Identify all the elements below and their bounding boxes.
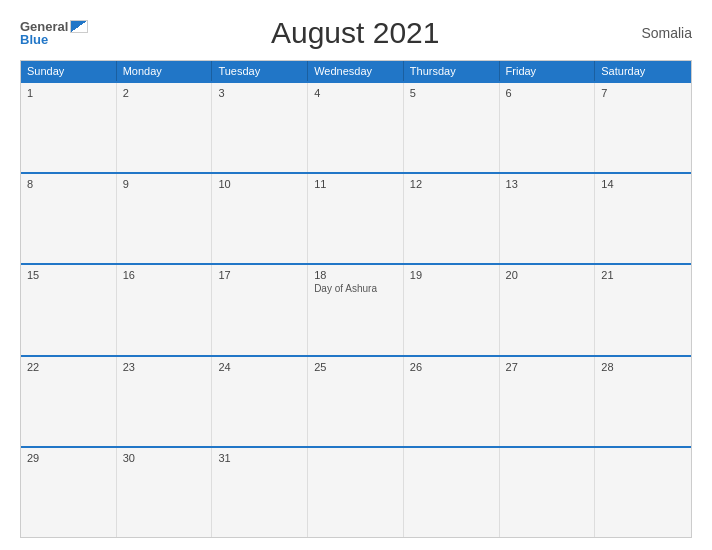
- weeks-container: 123456789101112131415161718Day of Ashura…: [21, 81, 691, 537]
- day-number: 12: [410, 178, 493, 190]
- day-number: 20: [506, 269, 589, 281]
- header-wednesday: Wednesday: [308, 61, 404, 81]
- day-cell-3-5: 19: [404, 265, 500, 354]
- day-cell-2-6: 13: [500, 174, 596, 263]
- day-cell-5-3: 31: [212, 448, 308, 537]
- header-saturday: Saturday: [595, 61, 691, 81]
- logo-flag-icon: [70, 20, 88, 33]
- day-number: 4: [314, 87, 397, 99]
- calendar-page: General Blue August 2021 Somalia Sunday …: [0, 0, 712, 550]
- day-cell-5-5: [404, 448, 500, 537]
- day-number: 23: [123, 361, 206, 373]
- day-number: 13: [506, 178, 589, 190]
- header-friday: Friday: [500, 61, 596, 81]
- day-cell-1-1: 1: [21, 83, 117, 172]
- day-number: 7: [601, 87, 685, 99]
- day-number: 15: [27, 269, 110, 281]
- header: General Blue August 2021 Somalia: [20, 16, 692, 50]
- day-cell-5-4: [308, 448, 404, 537]
- day-cell-4-7: 28: [595, 357, 691, 446]
- week-row-5: 293031: [21, 446, 691, 537]
- day-number: 3: [218, 87, 301, 99]
- calendar-title: August 2021: [88, 16, 622, 50]
- header-thursday: Thursday: [404, 61, 500, 81]
- day-cell-4-2: 23: [117, 357, 213, 446]
- day-cell-4-3: 24: [212, 357, 308, 446]
- day-number: 22: [27, 361, 110, 373]
- day-number: 21: [601, 269, 685, 281]
- day-cell-2-3: 10: [212, 174, 308, 263]
- day-number: 29: [27, 452, 110, 464]
- day-number: 14: [601, 178, 685, 190]
- day-number: 5: [410, 87, 493, 99]
- day-cell-4-5: 26: [404, 357, 500, 446]
- day-number: 17: [218, 269, 301, 281]
- day-number: 18: [314, 269, 397, 281]
- day-number: 25: [314, 361, 397, 373]
- day-number: 24: [218, 361, 301, 373]
- week-row-2: 891011121314: [21, 172, 691, 263]
- day-cell-2-4: 11: [308, 174, 404, 263]
- day-number: 1: [27, 87, 110, 99]
- day-cell-3-2: 16: [117, 265, 213, 354]
- holiday-label: Day of Ashura: [314, 283, 397, 294]
- day-number: 28: [601, 361, 685, 373]
- logo-blue-text: Blue: [20, 33, 48, 46]
- week-row-4: 22232425262728: [21, 355, 691, 446]
- header-tuesday: Tuesday: [212, 61, 308, 81]
- day-number: 2: [123, 87, 206, 99]
- week-row-1: 1234567: [21, 81, 691, 172]
- day-cell-1-2: 2: [117, 83, 213, 172]
- header-sunday: Sunday: [21, 61, 117, 81]
- day-number: 26: [410, 361, 493, 373]
- country-label: Somalia: [622, 25, 692, 41]
- day-number: 19: [410, 269, 493, 281]
- day-cell-4-1: 22: [21, 357, 117, 446]
- day-cell-3-6: 20: [500, 265, 596, 354]
- day-cell-5-1: 29: [21, 448, 117, 537]
- day-cell-2-7: 14: [595, 174, 691, 263]
- day-cell-3-7: 21: [595, 265, 691, 354]
- day-cell-3-3: 17: [212, 265, 308, 354]
- calendar-grid: Sunday Monday Tuesday Wednesday Thursday…: [20, 60, 692, 538]
- day-cell-1-6: 6: [500, 83, 596, 172]
- day-cell-5-7: [595, 448, 691, 537]
- day-cell-4-4: 25: [308, 357, 404, 446]
- day-cell-2-5: 12: [404, 174, 500, 263]
- day-number: 30: [123, 452, 206, 464]
- day-cell-2-1: 8: [21, 174, 117, 263]
- day-number: 9: [123, 178, 206, 190]
- week-row-3: 15161718Day of Ashura192021: [21, 263, 691, 354]
- day-cell-2-2: 9: [117, 174, 213, 263]
- day-cell-5-6: [500, 448, 596, 537]
- day-cell-5-2: 30: [117, 448, 213, 537]
- logo: General Blue: [20, 20, 88, 46]
- day-number: 8: [27, 178, 110, 190]
- day-headers-row: Sunday Monday Tuesday Wednesday Thursday…: [21, 61, 691, 81]
- day-number: 16: [123, 269, 206, 281]
- day-cell-3-1: 15: [21, 265, 117, 354]
- day-number: 27: [506, 361, 589, 373]
- day-cell-3-4: 18Day of Ashura: [308, 265, 404, 354]
- day-number: 11: [314, 178, 397, 190]
- day-cell-1-3: 3: [212, 83, 308, 172]
- day-number: 31: [218, 452, 301, 464]
- header-monday: Monday: [117, 61, 213, 81]
- day-number: 10: [218, 178, 301, 190]
- day-number: 6: [506, 87, 589, 99]
- day-cell-1-4: 4: [308, 83, 404, 172]
- day-cell-4-6: 27: [500, 357, 596, 446]
- day-cell-1-5: 5: [404, 83, 500, 172]
- day-cell-1-7: 7: [595, 83, 691, 172]
